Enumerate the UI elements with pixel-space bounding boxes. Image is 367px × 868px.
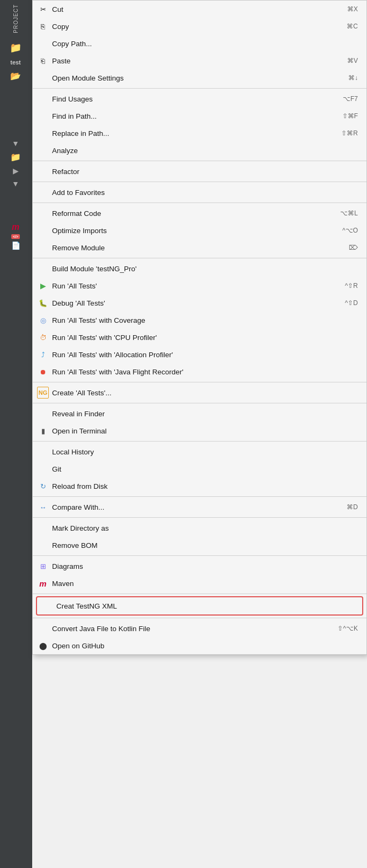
menu-item-compare-with[interactable]: ↔Compare With...⌘D xyxy=(33,498,366,516)
menu-item-mark-directory-as[interactable]: Mark Directory as xyxy=(33,519,366,537)
menu-item-label-diagrams: Diagrams xyxy=(52,562,358,570)
menu-item-label-cut: Cut xyxy=(52,5,336,13)
menu-item-shortcut-replace-in-path: ⇧⌘R xyxy=(341,129,358,137)
menu-item-git[interactable]: Git xyxy=(33,460,366,478)
menu-item-label-reformat-code: Reformat Code xyxy=(52,209,329,218)
menu-item-shortcut-copy: ⌘C xyxy=(347,23,358,30)
menu-item-label-find-usages: Find Usages xyxy=(52,95,332,103)
mark-directory-icon xyxy=(37,522,49,534)
diagrams-icon: ⊞ xyxy=(37,560,49,572)
menu-item-maven[interactable]: mMaven xyxy=(33,575,366,592)
menu-item-shortcut-find-in-path: ⇧⌘F xyxy=(342,112,358,120)
menu-item-add-to-favorites[interactable]: Add to Favorites xyxy=(33,184,366,201)
menu-item-open-on-github[interactable]: ⬤Open on GitHub xyxy=(33,637,366,654)
menu-item-create-all-tests[interactable]: NGCreate 'All Tests'... xyxy=(33,384,366,401)
sidebar-arrow-down: ▼ xyxy=(12,139,19,148)
project-label: Project xyxy=(13,4,19,33)
menu-item-debug-all-tests[interactable]: 🐛Debug 'All Tests'^⇧D xyxy=(33,294,366,312)
menu-item-shortcut-cut: ⌘X xyxy=(347,5,358,13)
menu-item-shortcut-reformat-code: ⌥⌘L xyxy=(340,209,358,217)
menu-item-replace-in-path[interactable]: Replace in Path...⇧⌘R xyxy=(33,125,366,142)
menu-item-run-with-coverage[interactable]: ◎Run 'All Tests' with Coverage xyxy=(33,312,366,329)
reveal-finder-icon xyxy=(37,408,49,419)
menu-item-label-copy: Copy xyxy=(52,23,336,31)
menu-item-shortcut-compare-with: ⌘D xyxy=(347,503,358,511)
flight-recorder-icon: ⏺ xyxy=(37,366,49,378)
menu-item-build-module[interactable]: Build Module 'testNG_Pro' xyxy=(33,260,366,277)
terminal-icon: ▮ xyxy=(37,425,49,437)
sidebar-file-icon: 📄 xyxy=(11,241,20,250)
menu-item-reload-from-disk[interactable]: ↻Reload from Disk xyxy=(33,478,366,495)
menu-item-label-convert-java-to-kotlin: Convert Java File to Kotlin File xyxy=(52,625,327,633)
sidebar-item-test[interactable]: test xyxy=(10,59,21,66)
menu-item-optimize-imports[interactable]: Optimize Imports^⌥O xyxy=(33,222,366,239)
sidebar-xml-badge: </> xyxy=(11,234,20,239)
menu-item-open-module-settings[interactable]: Open Module Settings⌘↓ xyxy=(33,69,366,86)
sidebar-play-btn[interactable]: ▶ xyxy=(13,167,19,175)
copy-path-icon xyxy=(37,38,49,49)
git-icon xyxy=(37,463,49,475)
menu-item-label-add-to-favorites: Add to Favorites xyxy=(52,189,358,197)
menu-item-run-flight-recorder[interactable]: ⏺Run 'All Tests' with 'Java Flight Recor… xyxy=(33,363,366,380)
menu-item-shortcut-paste: ⌘V xyxy=(347,57,358,64)
sidebar-maven-icon: m xyxy=(12,222,19,232)
menu-item-creat-testng-xml[interactable]: Creat TestNG XML xyxy=(37,597,362,614)
menu-item-remove-bom[interactable]: Remove BOM xyxy=(33,537,366,554)
menu-item-label-run-flight-recorder: Run 'All Tests' with 'Java Flight Record… xyxy=(52,368,358,376)
menu-item-shortcut-run-all-tests: ^⇧R xyxy=(345,282,358,290)
menu-item-find-in-path[interactable]: Find in Path...⇧⌘F xyxy=(33,107,366,125)
menu-item-label-debug-all-tests: Debug 'All Tests' xyxy=(52,299,334,307)
reformat-code-icon xyxy=(37,207,49,219)
menu-item-shortcut-optimize-imports: ^⌥O xyxy=(342,227,358,234)
menu-item-run-cpu-profiler[interactable]: ⏱Run 'All Tests' with 'CPU Profiler' xyxy=(33,329,366,346)
run-icon: ▶ xyxy=(37,280,49,292)
menu-item-label-local-history: Local History xyxy=(52,448,358,456)
menu-separator xyxy=(33,441,366,442)
menu-item-diagrams[interactable]: ⊞Diagrams xyxy=(33,558,366,575)
menu-item-label-mark-directory-as: Mark Directory as xyxy=(52,524,358,532)
menu-item-label-replace-in-path: Replace in Path... xyxy=(52,129,331,138)
menu-item-label-compare-with: Compare With... xyxy=(52,503,336,511)
menu-item-local-history[interactable]: Local History xyxy=(33,443,366,460)
coverage-icon: ◎ xyxy=(37,314,49,326)
menu-separator xyxy=(33,517,366,518)
cut-icon: ✂ xyxy=(37,3,49,15)
remove-bom-icon xyxy=(37,539,49,551)
menu-item-analyze[interactable]: Analyze xyxy=(33,142,366,159)
menu-item-label-reveal-in-finder: Reveal in Finder xyxy=(52,410,358,418)
menu-item-label-run-allocation-profiler: Run 'All Tests' with 'Allocation Profile… xyxy=(52,351,358,359)
sidebar-folder1[interactable]: 📁 xyxy=(10,42,21,54)
menu-separator xyxy=(33,618,366,618)
sidebar-folder3[interactable]: 📁 xyxy=(10,152,21,162)
paste-icon: ⎗ xyxy=(37,55,49,67)
menu-item-cut[interactable]: ✂Cut⌘X xyxy=(33,1,366,18)
analyze-icon xyxy=(37,144,49,156)
menu-item-label-copy-path: Copy Path... xyxy=(52,40,358,48)
menu-item-label-create-all-tests: Create 'All Tests'... xyxy=(52,389,358,397)
sidebar-folder2[interactable]: 📂 xyxy=(10,71,21,81)
menu-item-run-allocation-profiler[interactable]: ⤴Run 'All Tests' with 'Allocation Profil… xyxy=(33,346,366,363)
menu-item-copy[interactable]: ⎘Copy⌘C xyxy=(33,18,366,35)
replace-in-path-icon xyxy=(37,127,49,139)
menu-item-label-run-with-coverage: Run 'All Tests' with Coverage xyxy=(52,316,358,324)
menu-item-run-all-tests[interactable]: ▶Run 'All Tests'^⇧R xyxy=(33,277,366,294)
menu-item-remove-module[interactable]: Remove Module⌦ xyxy=(33,239,366,256)
menu-separator xyxy=(33,88,366,89)
menu-item-label-analyze: Analyze xyxy=(52,147,358,155)
context-menu: ✂Cut⌘X⎘Copy⌘CCopy Path...⎗Paste⌘VOpen Mo… xyxy=(32,0,367,655)
menu-item-paste[interactable]: ⎗Paste⌘V xyxy=(33,52,366,69)
menu-item-find-usages[interactable]: Find Usages⌥F7 xyxy=(33,90,366,107)
menu-item-reformat-code[interactable]: Reformat Code⌥⌘L xyxy=(33,205,366,222)
maven-icon: m xyxy=(37,577,49,589)
menu-item-refactor[interactable]: Refactor xyxy=(33,163,366,180)
menu-item-open-in-terminal[interactable]: ▮Open in Terminal xyxy=(33,422,366,439)
menu-item-label-creat-testng-xml: Creat TestNG XML xyxy=(56,602,354,610)
menu-item-convert-java-to-kotlin[interactable]: Convert Java File to Kotlin File⇧^⌥K xyxy=(33,620,366,637)
menu-item-label-maven: Maven xyxy=(52,580,358,588)
menu-item-label-reload-from-disk: Reload from Disk xyxy=(52,482,358,490)
debug-icon: 🐛 xyxy=(37,297,49,309)
menu-item-label-run-all-tests: Run 'All Tests' xyxy=(52,282,334,290)
menu-item-copy-path[interactable]: Copy Path... xyxy=(33,35,366,52)
menu-item-reveal-in-finder[interactable]: Reveal in Finder xyxy=(33,405,366,422)
menu-item-shortcut-debug-all-tests: ^⇧D xyxy=(345,299,358,307)
